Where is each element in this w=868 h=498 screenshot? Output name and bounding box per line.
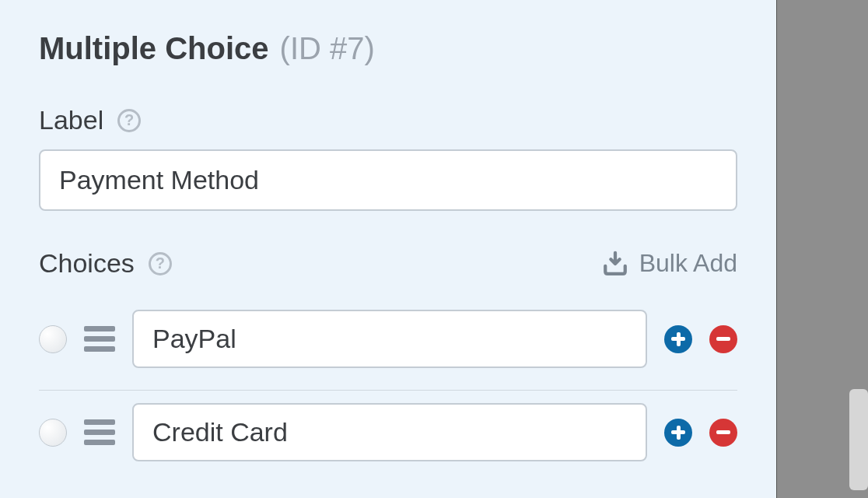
- remove-choice-button[interactable]: [709, 325, 737, 353]
- help-icon[interactable]: ?: [149, 252, 172, 275]
- add-choice-button[interactable]: [664, 419, 692, 447]
- scrollbar-track[interactable]: [776, 0, 868, 498]
- choices-title: Choices: [39, 248, 135, 279]
- field-type-title: Multiple Choice: [39, 31, 269, 66]
- choice-input[interactable]: [132, 403, 647, 461]
- choices-header: Choices ? Bulk Add: [39, 248, 737, 279]
- field-editor-panel: Multiple Choice (ID #7) Label ? Choices …: [0, 0, 776, 498]
- label-section: Label ?: [39, 105, 737, 211]
- scrollbar-thumb[interactable]: [849, 389, 868, 490]
- choice-row: [39, 391, 737, 483]
- download-icon: [602, 251, 628, 277]
- radio-default-toggle[interactable]: [39, 325, 67, 353]
- add-choice-button[interactable]: [664, 325, 692, 353]
- panel-heading: Multiple Choice (ID #7): [39, 31, 737, 66]
- choice-input[interactable]: [132, 310, 647, 368]
- radio-default-toggle[interactable]: [39, 419, 67, 447]
- label-title: Label: [39, 105, 103, 135]
- bulk-add-button[interactable]: Bulk Add: [602, 249, 737, 278]
- help-icon[interactable]: ?: [117, 109, 141, 132]
- drag-handle-icon[interactable]: [84, 419, 115, 445]
- drag-handle-icon[interactable]: [84, 326, 115, 352]
- label-input[interactable]: [39, 149, 737, 211]
- choice-row: [39, 297, 737, 391]
- remove-choice-button[interactable]: [709, 419, 737, 447]
- bulk-add-label: Bulk Add: [639, 249, 737, 278]
- field-id-suffix: (ID #7): [280, 31, 375, 66]
